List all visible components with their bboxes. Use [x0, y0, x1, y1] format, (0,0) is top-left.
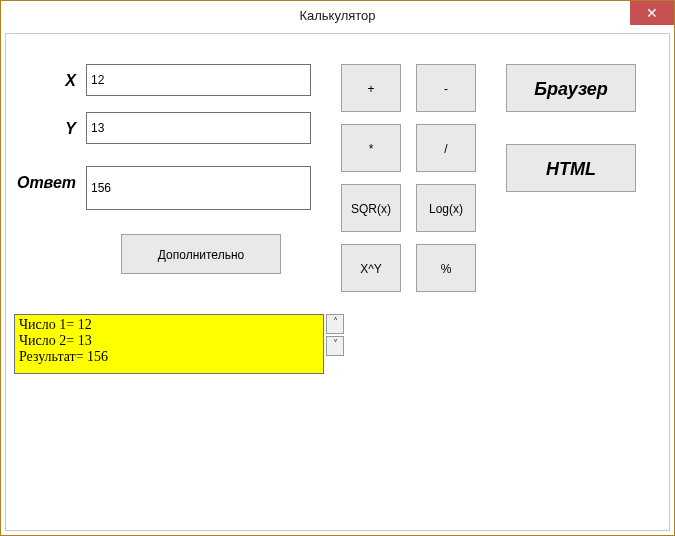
label-x: X	[16, 72, 76, 90]
window-title: Калькулятор	[299, 8, 375, 23]
btn-pow[interactable]: X^Y	[341, 244, 401, 292]
close-button[interactable]: ✕	[630, 1, 674, 25]
label-answer: Ответ	[16, 174, 76, 192]
log-area: Число 1= 12 Число 2= 13 Результат= 156 ˄…	[14, 314, 344, 374]
btn-html[interactable]: HTML	[506, 144, 636, 192]
btn-mult[interactable]: *	[341, 124, 401, 172]
app-window: Калькулятор ✕ X Y Ответ + - * / SQR(x) L…	[0, 0, 675, 536]
titlebar: Калькулятор ✕	[1, 1, 674, 30]
btn-log[interactable]: Log(x)	[416, 184, 476, 232]
client-area: X Y Ответ + - * / SQR(x) Log(x) X^Y % Бр…	[1, 29, 674, 535]
scroll-up-icon[interactable]: ˄	[326, 314, 344, 334]
btn-more[interactable]: Дополнительно	[121, 234, 281, 274]
btn-plus[interactable]: +	[341, 64, 401, 112]
btn-sqr[interactable]: SQR(x)	[341, 184, 401, 232]
scroll-down-icon[interactable]: ˅	[326, 336, 344, 356]
label-y: Y	[16, 120, 76, 138]
log-scrollbar: ˄ ˅	[324, 314, 344, 374]
log-text[interactable]: Число 1= 12 Число 2= 13 Результат= 156	[14, 314, 324, 374]
input-y[interactable]	[86, 112, 311, 144]
btn-browser[interactable]: Браузер	[506, 64, 636, 112]
input-x[interactable]	[86, 64, 311, 96]
btn-minus[interactable]: -	[416, 64, 476, 112]
output-answer[interactable]	[86, 166, 311, 210]
btn-div[interactable]: /	[416, 124, 476, 172]
content-frame: X Y Ответ + - * / SQR(x) Log(x) X^Y % Бр…	[5, 33, 670, 531]
btn-mod[interactable]: %	[416, 244, 476, 292]
